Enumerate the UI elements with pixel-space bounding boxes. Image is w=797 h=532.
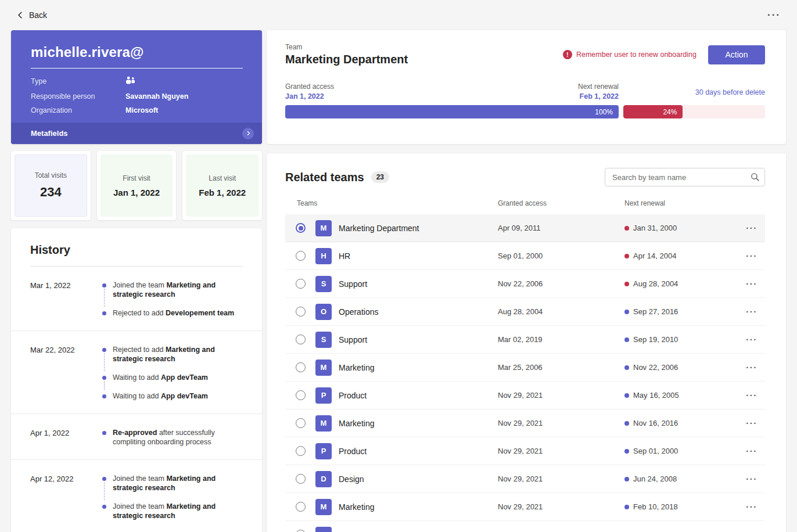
profile-card: michelle.rivera@ TypeResponsible personS… [11,30,262,144]
bullet-dot-icon [102,505,106,509]
radio-cell [285,418,315,428]
table-row[interactable]: SSupportNov 22, 2006Aug 28, 2004··· [285,270,765,298]
granted-date: Nov 29, 2021 [498,419,624,427]
team-name: Product [339,447,498,456]
row-actions-cell: ··· [738,502,765,512]
history-item-text: Waiting to add App devTeam [113,373,208,382]
team-overline: Team [285,43,408,51]
status-dot-icon [624,365,629,370]
team-name: Support [339,530,498,532]
history-item-text: Joined the team Marketing and strategic … [113,281,216,299]
row-menu-button[interactable]: ··· [746,530,757,532]
avatar: O [315,304,332,320]
team-radio[interactable] [296,530,306,532]
row-actions-cell: ··· [738,362,765,373]
related-teams-title: Related teams [285,171,364,184]
team-radio[interactable] [296,446,306,456]
history-item: Rejected to add Developement team [102,308,243,318]
table-row[interactable]: SSupportNov 29, 2021Aug 27, 2010··· [285,521,765,532]
history-entry-items: Joined the team Marketing and strategic … [102,474,243,520]
table-row[interactable]: MMarketingMar 25, 2006Nov 22, 2006··· [285,354,765,382]
row-actions-cell: ··· [738,307,765,317]
team-radio[interactable] [296,502,306,512]
history-entry-date: Apr 12, 2022 [30,474,102,520]
history-entry-date: Apr 1, 2022 [30,428,102,447]
profile-field-value: Savannah Nguyen [125,92,188,100]
status-dot-icon [624,282,629,286]
profile-fields: TypeResponsible personSavannah NguyenOrg… [31,76,242,114]
renewal-date: Apr 14, 2004 [633,251,676,260]
table-row[interactable]: OOperationsAug 28, 2004Sep 27, 2016··· [285,298,765,326]
row-menu-button[interactable]: ··· [746,474,757,484]
count-badge: 23 [371,171,389,183]
row-menu-button[interactable]: ··· [746,362,757,372]
renewal-date: Aug 28, 2004 [633,279,678,288]
stat-label: Last visit [209,174,236,182]
row-menu-button[interactable]: ··· [746,223,757,233]
team-radio[interactable] [296,279,306,289]
team-radio[interactable] [296,390,306,400]
granted-date: Apr 09, 2011 [498,224,624,232]
back-button[interactable]: Back [16,10,47,20]
team-name: Support [339,335,498,344]
history-item-text: Waiting to add App devTeam [113,392,208,400]
stat-value: Feb 1, 2022 [199,188,246,197]
table-row[interactable]: MMarketingNov 29, 2021Nov 16, 2016··· [285,409,765,437]
granted-date: Nov 22, 2006 [498,279,624,288]
profile-field-label: Responsible person [31,92,125,100]
avatar-cell: P [315,443,339,459]
status-dot-icon [624,477,629,481]
table-row[interactable]: SSupportMar 02, 2019Sep 19, 2010··· [285,326,765,354]
metafields-row[interactable]: Metafields [11,123,262,144]
row-menu-button[interactable]: ··· [746,390,757,400]
table-row[interactable]: HHRSep 01, 2000Apr 14, 2004··· [285,242,765,270]
progress-bar-track: 24% [623,105,765,118]
team-radio[interactable] [296,418,306,428]
row-menu-button[interactable]: ··· [746,307,757,317]
renewal-cell: Nov 16, 2016 [624,419,738,427]
row-menu-button[interactable]: ··· [746,335,757,344]
status-dot-icon [624,449,629,454]
team-header-card: Team Marketing Department ! Remember use… [267,30,786,144]
team-radio[interactable] [296,362,306,372]
status-dot-icon [624,254,629,258]
row-menu-button[interactable]: ··· [746,446,757,456]
team-radio[interactable] [296,251,306,261]
team-title: Marketing Department [285,53,408,66]
avatar: H [315,248,332,264]
avatar: S [315,276,332,292]
stats-row: Total visits234First visitJan 1, 2022Las… [11,151,262,220]
stat-inner: First visitJan 1, 2022 [100,154,173,217]
row-menu-button[interactable]: ··· [746,418,757,428]
more-menu-icon[interactable]: ··· [767,9,781,21]
back-chevron-icon [16,11,24,19]
team-radio[interactable] [296,307,306,317]
delete-note: 30 days before delete [695,88,765,96]
team-radio[interactable] [296,474,306,484]
search-input[interactable] [605,168,765,186]
table-row[interactable]: PProductNov 29, 2021May 16, 2005··· [285,382,765,409]
team-radio[interactable] [296,223,306,233]
team-name: Marketing Department [339,224,498,233]
renewal-cell: Jun 24, 2008 [624,475,738,483]
table-row[interactable]: DDesignNov 29, 2021Jun 24, 2008··· [285,465,765,493]
row-menu-button[interactable]: ··· [746,502,757,512]
search-icon[interactable] [750,172,760,184]
radio-cell [285,335,315,344]
granted-date: Nov 29, 2021 [498,475,624,483]
action-button[interactable]: Action [708,45,765,64]
row-menu-button[interactable]: ··· [746,279,757,289]
team-title-block: Team Marketing Department [285,43,408,66]
warning-text: Remember user to renew onboarding [576,51,697,59]
granted-date: Aug 28, 2004 [498,307,624,316]
row-menu-button[interactable]: ··· [746,251,757,261]
table-row[interactable]: MMarketingNov 29, 2021Feb 10, 2018··· [285,493,765,521]
radio-cell [285,223,315,233]
progress-bar-danger: 24% [623,105,683,118]
avatar: D [315,471,332,487]
next-renewal-label: Next renewal [285,82,619,91]
table-row[interactable]: PProductNov 29, 2021Sep 01, 2000··· [285,437,765,465]
team-radio[interactable] [296,335,306,344]
table-row[interactable]: MMarketing DepartmentApr 09, 2011Jan 31,… [285,214,765,242]
granted-date: Nov 29, 2021 [498,502,624,511]
